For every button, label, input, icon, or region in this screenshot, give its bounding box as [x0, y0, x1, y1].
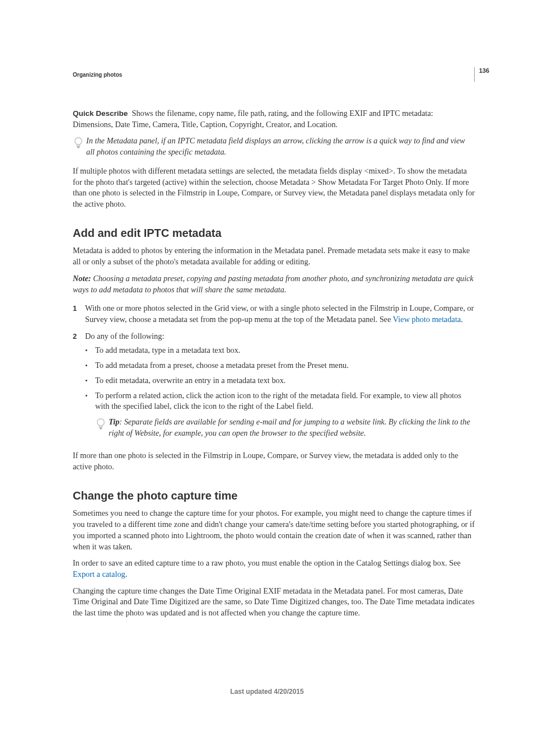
svg-point-0 [75, 138, 82, 144]
list-item: •To add metadata from a preset, choose a… [85, 360, 475, 371]
lightbulb-icon [73, 136, 84, 150]
page-number: 136 [479, 67, 489, 74]
bullet-body: To perform a related action, click the a… [95, 390, 475, 439]
sectionA-note: Note: Choosing a metadata preset, copyin… [73, 273, 475, 295]
list-item: • To perform a related action, click the… [85, 390, 475, 439]
heading-change-capture-time: Change the photo capture time [73, 488, 475, 504]
lightbulb-icon [95, 417, 106, 431]
tip-box: In the Metadata panel, if an IPTC metada… [73, 136, 475, 157]
sectionA-intro: Metadata is added to photos by entering … [73, 245, 475, 267]
step-number: 2 [73, 331, 85, 443]
link-view-photo-metadata[interactable]: View photo metadata [393, 315, 461, 324]
tip-text: In the Metadata panel, if an IPTC metada… [86, 136, 475, 157]
quick-describe-para: Quick Describe Shows the filename, copy … [73, 108, 475, 130]
para2-pre: In order to save an edited capture time … [73, 558, 461, 567]
bullet-icon: • [85, 375, 95, 386]
bullet-icon: • [85, 390, 95, 439]
heading-add-edit-iptc: Add and edit IPTC metadata [73, 226, 475, 241]
list-item: •To edit metadata, overwrite an entry in… [85, 375, 475, 386]
tip-text: Tip: Separate fields are available for s… [109, 417, 475, 438]
bullet-text: To add metadata from a preset, choose a … [95, 360, 475, 371]
bullet-icon: • [85, 345, 95, 356]
tip-box: Tip: Separate fields are available for s… [95, 417, 475, 438]
mixed-para: If multiple photos with different metada… [73, 166, 475, 210]
sectionB-para2: In order to save an edited capture time … [73, 558, 475, 580]
page-number-wrap: 136 [474, 67, 489, 82]
bullet-icon: • [85, 360, 95, 371]
step-2: 2 Do any of the following: •To add metad… [73, 331, 475, 443]
note-label: Note: [73, 274, 91, 283]
step-body: Do any of the following: •To add metadat… [85, 331, 475, 443]
list-item: •To add metadata, type in a metadata tex… [85, 345, 475, 356]
tip-body: : Separate fields are available for send… [109, 417, 470, 437]
chapter-header: Organizing photos [73, 72, 122, 78]
svg-point-3 [97, 419, 104, 426]
term-quick-describe: Quick Describe [73, 109, 128, 118]
step-number: 1 [73, 303, 85, 325]
bullet-text: To perform a related action, click the a… [95, 391, 461, 411]
steps-list: 1 With one or more photos selected in th… [73, 303, 475, 442]
bullet-text: To edit metadata, overwrite an entry in … [95, 375, 475, 386]
step-1: 1 With one or more photos selected in th… [73, 303, 475, 325]
bullet-text: To add metadata, type in a metadata text… [95, 345, 475, 356]
step2-pre: Do any of the following: [85, 332, 164, 340]
tip-label: Tip [109, 417, 119, 426]
sectionB-para3: Changing the capture time changes the Da… [73, 586, 475, 619]
para2-post: . [125, 570, 128, 578]
step1-post: . [461, 315, 463, 324]
step-body: With one or more photos selected in the … [85, 303, 475, 325]
note-text: Choosing a metadata preset, copying and … [73, 274, 474, 294]
sectionA-outro: If more than one photo is selected in th… [73, 450, 475, 472]
footer-last-updated: Last updated 4/20/2015 [0, 688, 534, 696]
bullet-list: •To add metadata, type in a metadata tex… [85, 345, 475, 438]
link-export-catalog[interactable]: Export a catalog [73, 570, 125, 578]
sectionB-para1: Sometimes you need to change the capture… [73, 508, 475, 552]
